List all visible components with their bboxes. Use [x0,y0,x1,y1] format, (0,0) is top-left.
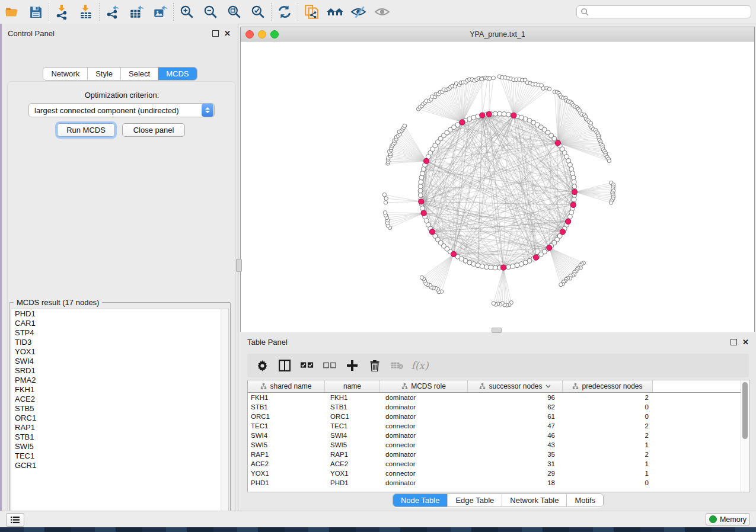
table-row-SWI4[interactable]: SWI4SWI4dominator462 [248,431,749,440]
network-leaf-node[interactable] [480,77,483,81]
network-leaf-node[interactable] [492,302,495,305]
maximize-window-icon[interactable] [270,30,279,39]
network-node[interactable] [572,197,576,202]
network-node[interactable] [418,188,423,193]
mcds-result-item[interactable]: FKH1 [11,385,228,395]
mcds-result-item[interactable]: PMA2 [11,376,228,385]
mcds-hub-node[interactable] [460,120,465,125]
network-node[interactable] [506,112,511,117]
horizontal-splitter-grip[interactable] [492,328,502,333]
network-leaf-node[interactable] [607,159,611,162]
mcds-hub-node[interactable] [566,219,571,224]
network-node[interactable] [418,184,423,189]
mcds-result-item[interactable]: SWI4 [11,357,228,366]
table-row-PHD1[interactable]: PHD1PHD1dominator180 [248,478,749,488]
minimize-window-icon[interactable] [258,30,266,39]
mcds-list-scrollbar[interactable] [221,309,228,518]
table-row-SWI5[interactable]: SWI5SWI5connector431 [248,440,749,450]
zoom-in-icon[interactable] [175,2,199,21]
table-row-FKH1[interactable]: FKH1FKH1dominator962 [248,393,749,402]
network-leaf-node[interactable] [384,201,387,204]
delete-column-icon[interactable] [366,357,384,374]
hide-selected-icon[interactable] [347,2,371,21]
mcds-hub-node[interactable] [486,111,492,117]
mcds-hub-node[interactable] [560,229,565,235]
mcds-result-item[interactable]: PHD1 [11,309,228,319]
import-network-icon[interactable] [50,2,74,21]
duplicate-network-icon[interactable] [299,2,323,21]
network-node[interactable] [493,265,497,270]
mcds-result-item[interactable]: STB1 [11,432,228,442]
network-leaf-node[interactable] [559,283,563,286]
tab-network[interactable]: Network [43,68,88,80]
column-header-successor-nodes[interactable]: successor nodes [468,380,563,392]
tab-network-table[interactable]: Network Table [502,494,567,507]
network-leaf-node[interactable] [547,87,551,91]
network-leaf-node[interactable] [492,76,495,79]
tab-style[interactable]: Style [88,68,121,80]
deselect-all-icon[interactable] [321,357,339,374]
mcds-result-item[interactable]: RAP1 [11,423,228,432]
mcds-result-item[interactable]: ACE2 [11,395,228,404]
task-history-button[interactable] [6,513,24,527]
network-node[interactable] [572,180,576,184]
network-node[interactable] [419,180,423,184]
network-node[interactable] [484,265,489,270]
network-node[interactable] [570,171,575,176]
network-leaf-node[interactable] [609,201,613,204]
export-table-icon[interactable] [125,2,148,21]
tab-mcds[interactable]: MCDS [158,68,196,80]
tab-node-table[interactable]: Node Table [393,494,448,507]
mcds-hub-node[interactable] [424,158,429,164]
first-neighbors-icon[interactable] [323,2,347,21]
mcds-result-item[interactable]: TEC1 [11,451,228,461]
tab-edge-table[interactable]: Edge Table [448,494,502,507]
vertical-splitter-grip[interactable] [236,259,242,272]
mcds-result-item[interactable]: ORC1 [11,414,228,423]
mcds-hub-node[interactable] [555,140,560,146]
table-row-YOX1[interactable]: YOX1YOX1connector291 [248,469,749,478]
column-header-name[interactable]: name [325,380,380,392]
network-node[interactable] [502,112,506,117]
tab-motifs[interactable]: Motifs [567,494,603,507]
network-leaf-node[interactable] [384,197,388,200]
mcds-hub-node[interactable] [421,210,426,216]
network-node[interactable] [419,175,424,180]
mcds-result-item[interactable]: SWI5 [11,442,228,451]
float-panel-icon[interactable] [731,339,737,345]
network-node[interactable] [489,265,493,270]
network-node[interactable] [511,264,515,268]
search-input[interactable] [589,6,751,18]
criterion-dropdown[interactable]: largest connected component (undirected) [28,103,215,117]
mcds-result-item[interactable]: SRD1 [11,366,228,376]
network-window-titlebar[interactable]: YPA_prune.txt_1 [241,27,754,41]
mcds-hub-node[interactable] [451,251,456,257]
mcds-hub-node[interactable] [570,202,576,207]
mcds-hub-node[interactable] [572,189,577,194]
zoom-fit-icon[interactable] [222,2,246,21]
network-node[interactable] [506,265,511,270]
column-header-predecessor-nodes[interactable]: predecessor nodes [563,380,653,392]
zoom-selected-icon[interactable] [246,2,270,21]
table-row-ACE2[interactable]: ACE2ACE2connector311 [248,459,749,469]
network-node[interactable] [493,111,497,116]
mcds-hub-node[interactable] [533,255,538,260]
network-leaf-node[interactable] [403,124,406,127]
add-column-icon[interactable] [343,357,361,374]
mcds-result-item[interactable]: STB5 [11,404,228,414]
zoom-out-icon[interactable] [199,2,222,21]
mcds-result-list[interactable]: PHD1CAR1STP4TID3YOX1SWI4SRD1PMA2FKH1ACE2… [11,309,229,518]
mcds-result-item[interactable]: GCR1 [11,461,228,470]
mcds-result-item[interactable]: CAR1 [11,319,228,328]
mcds-hub-node[interactable] [511,113,516,118]
import-table-icon[interactable] [74,2,98,21]
table-row-ORC1[interactable]: ORC1ORC1dominator610 [248,412,749,421]
network-node[interactable] [420,206,425,210]
mcds-hub-node[interactable] [429,229,435,235]
mcds-result-item[interactable]: TID3 [11,338,228,347]
export-image-icon[interactable] [148,2,172,21]
close-panel-icon[interactable]: ✕ [224,31,231,36]
column-header-shared-name[interactable]: shared name [248,380,325,392]
mcds-hub-node[interactable] [419,199,424,204]
delete-table-icon[interactable] [388,357,406,374]
